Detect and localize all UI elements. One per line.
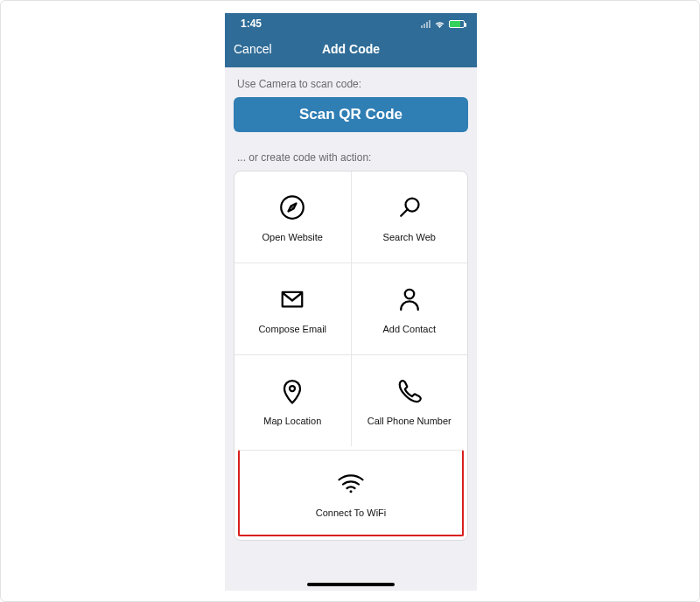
battery-icon <box>449 20 465 28</box>
phone-frame: 1:45 Cancel Add Code Use Camera to scan … <box>225 13 477 591</box>
svg-point-7 <box>350 490 353 493</box>
status-right <box>421 19 465 28</box>
action-label: Open Website <box>262 232 323 242</box>
action-add-contact[interactable]: Add Contact <box>351 263 468 354</box>
status-time: 1:45 <box>241 18 262 30</box>
action-open-website[interactable]: Open Website <box>234 172 351 262</box>
action-label: Map Location <box>263 416 321 426</box>
scan-hint: Use Camera to scan code: <box>237 78 465 90</box>
wifi-icon <box>335 467 367 499</box>
canvas: 1:45 Cancel Add Code Use Camera to scan … <box>0 0 700 602</box>
action-grid: Open Website Search Web <box>234 171 468 541</box>
map-pin-icon <box>276 375 308 407</box>
scan-qr-button[interactable]: Scan QR Code <box>234 97 468 132</box>
action-map-location[interactable]: Map Location <box>234 355 351 446</box>
grid-row: Compose Email Add Contact <box>234 262 467 354</box>
grid-row-highlighted: Connect To WiFi <box>238 450 464 536</box>
svg-point-1 <box>291 206 293 208</box>
content: Use Camera to scan code: Scan QR Code ..… <box>225 67 477 541</box>
svg-point-5 <box>405 290 415 299</box>
status-bar: 1:45 <box>225 13 477 34</box>
svg-line-3 <box>401 209 408 216</box>
action-label: Add Contact <box>382 324 436 334</box>
cellular-icon <box>421 20 430 28</box>
create-hint: ... or create code with action: <box>237 151 465 164</box>
grid-row: Open Website Search Web <box>234 172 467 262</box>
home-indicator <box>307 583 395 586</box>
grid-row: Map Location Call Phone Number <box>234 354 467 446</box>
person-icon <box>394 284 425 315</box>
action-label: Search Web <box>383 232 436 242</box>
nav-bar: Cancel Add Code <box>225 34 477 67</box>
action-call-phone[interactable]: Call Phone Number <box>351 355 468 446</box>
cancel-button[interactable]: Cancel <box>234 42 272 56</box>
action-connect-wifi[interactable]: Connect To WiFi <box>240 451 462 535</box>
svg-point-6 <box>290 386 295 391</box>
action-compose-email[interactable]: Compose Email <box>234 263 351 354</box>
action-search-web[interactable]: Search Web <box>351 172 468 262</box>
action-label: Compose Email <box>258 324 326 334</box>
phone-icon <box>394 375 425 407</box>
wifi-icon <box>434 19 445 28</box>
compass-icon <box>276 192 308 223</box>
action-label: Connect To WiFi <box>316 508 387 518</box>
action-label: Call Phone Number <box>368 416 452 426</box>
envelope-icon <box>276 284 308 315</box>
magnifier-icon <box>394 192 425 223</box>
